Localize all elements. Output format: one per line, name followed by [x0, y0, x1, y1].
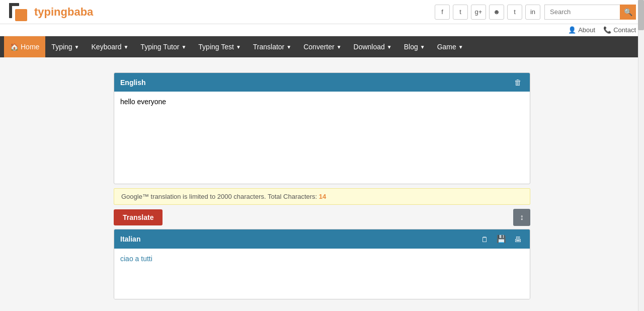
- output-text: ciao a tutti: [114, 249, 530, 299]
- main-content: English 🗑 hello everyone Google™ transla…: [106, 72, 538, 299]
- top-bar: typingbaba f t g+ ☻ t in 🔍: [0, 0, 644, 24]
- chevron-down-icon: ▼: [387, 44, 392, 50]
- home-icon: 🏠: [10, 43, 19, 51]
- source-box: English 🗑 hello everyone: [114, 72, 530, 184]
- output-box-icons: 🗒 💾 🖶: [479, 234, 524, 245]
- save-button[interactable]: 💾: [495, 234, 508, 245]
- search-button[interactable]: 🔍: [620, 5, 636, 20]
- source-box-header: English 🗑: [114, 73, 530, 92]
- reddit-icon[interactable]: ☻: [489, 5, 504, 20]
- person-icon: 👤: [568, 26, 576, 34]
- logo: typingbaba: [8, 2, 93, 22]
- char-warning: Google™ translation is limited to 2000 c…: [114, 188, 530, 205]
- nav-item-game[interactable]: Game ▼: [431, 36, 469, 57]
- nav-item-blog[interactable]: Blog ▼: [398, 36, 431, 57]
- chevron-down-icon: ▼: [337, 44, 342, 50]
- nav-bar: 🏠 Home Typing ▼ Keyboard ▼ Typing Tutor …: [0, 36, 644, 57]
- search-input[interactable]: [544, 5, 620, 20]
- nav-item-converter[interactable]: Converter ▼: [297, 36, 347, 57]
- scrollbar-thumb[interactable]: [638, 0, 644, 30]
- chevron-down-icon: ▼: [181, 44, 186, 50]
- top-right-area: f t g+ ☻ t in 🔍: [435, 5, 636, 20]
- nav-item-typing[interactable]: Typing ▼: [45, 36, 85, 57]
- googleplus-icon[interactable]: g+: [471, 5, 486, 20]
- about-bar: 👤 About 📞 Contact: [0, 24, 644, 36]
- clear-button[interactable]: 🗑: [512, 77, 524, 88]
- about-link[interactable]: 👤 About: [568, 26, 595, 34]
- source-language-label: English: [120, 79, 146, 87]
- chevron-down-icon: ▼: [74, 44, 79, 50]
- chevron-down-icon: ▼: [236, 44, 241, 50]
- swap-languages-button[interactable]: ↕: [513, 209, 530, 226]
- source-textarea[interactable]: hello everyone: [114, 92, 530, 182]
- nav-item-typing-test[interactable]: Typing Test ▼: [192, 36, 247, 57]
- output-box: Italian 🗒 💾 🖶 ciao a tutti: [114, 229, 530, 299]
- nav-item-home[interactable]: 🏠 Home: [4, 36, 45, 57]
- chevron-down-icon: ▼: [123, 44, 128, 50]
- source-box-icons: 🗑: [512, 77, 524, 88]
- twitter-icon[interactable]: t: [453, 5, 468, 20]
- output-language-label: Italian: [120, 235, 140, 243]
- chevron-down-icon: ▼: [420, 44, 425, 50]
- chevron-down-icon: ▼: [286, 44, 291, 50]
- facebook-icon[interactable]: f: [435, 5, 450, 20]
- logo-text: typingbaba: [34, 6, 93, 19]
- output-box-header: Italian 🗒 💾 🖶: [114, 229, 530, 249]
- contact-link[interactable]: 📞 Contact: [603, 26, 636, 34]
- chevron-down-icon: ▼: [458, 44, 463, 50]
- linkedin-icon[interactable]: in: [525, 5, 540, 20]
- scrollbar-track[interactable]: [638, 0, 644, 311]
- translate-row: Translate ↕: [114, 209, 530, 226]
- nav-item-translator[interactable]: Translator ▼: [247, 36, 297, 57]
- copy-button[interactable]: 🗒: [479, 234, 491, 245]
- char-count: 14: [319, 193, 326, 200]
- phone-icon: 📞: [603, 26, 611, 34]
- nav-item-download[interactable]: Download ▼: [348, 36, 398, 57]
- nav-item-keyboard[interactable]: Keyboard ▼: [86, 36, 135, 57]
- translate-button[interactable]: Translate: [114, 209, 163, 225]
- tumblr-icon[interactable]: t: [507, 5, 522, 20]
- logo-icon: [8, 2, 32, 22]
- social-icons: f t g+ ☻ t in: [435, 5, 540, 20]
- svg-rect-2: [15, 9, 27, 21]
- svg-rect-1: [9, 3, 12, 18]
- search-area: 🔍: [544, 5, 636, 20]
- print-button[interactable]: 🖶: [512, 234, 524, 245]
- nav-item-typing-tutor[interactable]: Typing Tutor ▼: [134, 36, 192, 57]
